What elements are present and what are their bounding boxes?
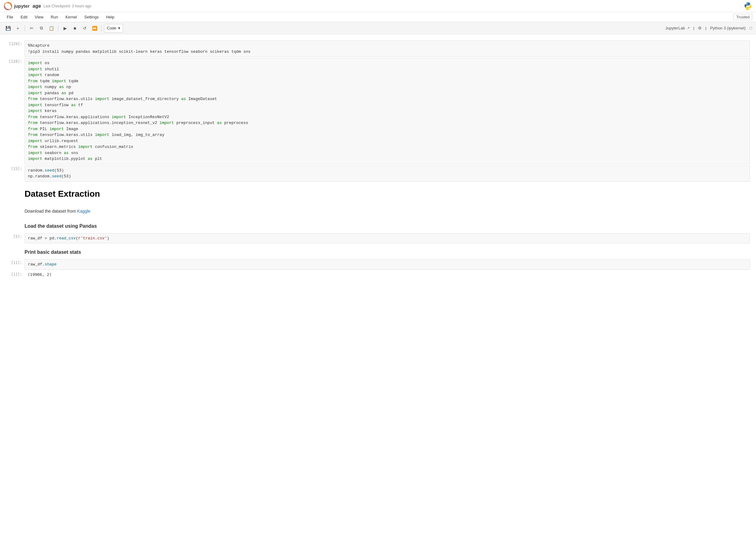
toolbar-separator-icon-2: | [705, 26, 706, 30]
cell-11a-code: raw_df.shape [25, 260, 750, 269]
cell-15-wrapper: [15]: random.seed(53) np.random.seed(53) [0, 165, 756, 182]
cell-5-label: [5]: [0, 233, 25, 244]
cell-11a-content[interactable]: raw_df.shape [25, 259, 750, 270]
cell-129-wrapper: [129]: %%capture !pip3 install numpy pan… [0, 41, 756, 57]
kernel-status-indicator [749, 27, 752, 30]
cell-128-code: import os import shutil import random fr… [25, 58, 750, 164]
cell-pandas-h-label [0, 218, 25, 232]
cell-11b-label: [11]: [0, 271, 25, 278]
cell-15-content[interactable]: random.seed(53) np.random.seed(53) [25, 165, 750, 182]
toolbar-separator-1 [25, 25, 25, 31]
kaggle-link[interactable]: Kaggle [77, 209, 91, 214]
cell-15-label: [15]: [0, 165, 25, 182]
menu-settings[interactable]: Settings [81, 14, 102, 20]
svg-point-1 [7, 2, 9, 3]
load-dataset-heading: Load the dataset using Pandas [25, 223, 750, 229]
cell-11a-label: [11]: [0, 259, 25, 270]
python-logo-icon [744, 2, 752, 10]
svg-point-2 [7, 9, 9, 10]
cell-h1-wrapper: Dataset Extraction [0, 183, 756, 204]
settings-icon[interactable]: ⚙ [698, 26, 702, 30]
stats-heading: Print basic dataset stats [25, 249, 750, 255]
cell-128-wrapper: [128]: import os import shutil import ra… [0, 58, 756, 164]
svg-point-4 [749, 8, 749, 9]
cell-type-label: Code [107, 26, 116, 30]
toolbar-separator-icon: | [693, 26, 694, 30]
cell-kaggle-content: Download the dataset from Kaggle [25, 205, 750, 217]
jupyter-logo-icon [4, 2, 12, 10]
cell-stats-h-content: Print basic dataset stats [25, 245, 750, 258]
jupyter-logo-area: jupyter [4, 2, 29, 10]
paste-button[interactable]: 📋 [47, 24, 56, 33]
cell-type-dropdown[interactable]: Code ▾ [104, 24, 123, 33]
jupyterlab-link[interactable]: JupyterLab ↗ [665, 26, 689, 30]
cell-128-content[interactable]: import os import shutil import random fr… [25, 58, 750, 164]
menu-view[interactable]: View [32, 14, 46, 20]
menubar: File Edit View Run Kernel Settings Help … [0, 12, 756, 22]
cell-128-label: [128]: [0, 58, 25, 164]
cell-129-code: %%capture !pip3 install numpy pandas mat… [25, 41, 750, 56]
cell-11b-output: (19906, 2) [25, 271, 750, 278]
cell-stats-h-label [0, 245, 25, 258]
checkpoint-info: Last Checkpoint: 3 hours ago [44, 4, 91, 8]
toolbar: 💾 + ✂ ⧉ 📋 ▶ ■ ↺ ⏩ Code ▾ JupyterLab ↗ | … [0, 22, 756, 34]
copy-button[interactable]: ⧉ [37, 24, 46, 33]
toolbar-separator-3 [101, 25, 102, 31]
cell-kaggle-wrapper: Download the dataset from Kaggle [0, 205, 756, 217]
jupyter-wordmark: jupyter [14, 3, 29, 9]
cut-button[interactable]: ✂ [27, 24, 36, 33]
jupyterlab-label: JupyterLab [665, 26, 685, 30]
save-button[interactable]: 💾 [4, 24, 12, 33]
cell-kaggle-label [0, 205, 25, 217]
cell-11a-wrapper: [11]: raw_df.shape [0, 259, 756, 270]
cell-stats-h-wrapper: Print basic dataset stats [0, 245, 756, 258]
notebook-name[interactable]: age [33, 3, 41, 9]
cell-129-label: [129]: [0, 41, 25, 57]
cell-5-wrapper: [5]: raw_df = pd.read_csv(r'train.csv') [0, 233, 756, 244]
restart-button[interactable]: ↺ [80, 24, 89, 33]
cell-5-content[interactable]: raw_df = pd.read_csv(r'train.csv') [25, 233, 750, 244]
cell-pandas-h-wrapper: Load the dataset using Pandas [0, 218, 756, 232]
menu-run[interactable]: Run [48, 14, 61, 20]
topbar: jupyter age Last Checkpoint: 3 hours ago [0, 0, 756, 12]
toolbar-separator-2 [58, 25, 58, 31]
kaggle-text: Download the dataset from [25, 209, 77, 214]
menu-edit[interactable]: Edit [17, 14, 30, 20]
trusted-badge: Trusted [733, 14, 752, 20]
stop-button[interactable]: ■ [71, 24, 79, 33]
cell-15-code: random.seed(53) np.random.seed(53) [25, 166, 750, 181]
kernel-name-label: Python 3 (ipykernel) [710, 26, 746, 30]
kaggle-paragraph: Download the dataset from Kaggle [25, 209, 750, 214]
notebook-content: [129]: %%capture !pip3 install numpy pan… [0, 34, 756, 543]
toolbar-right: JupyterLab ↗ | ⚙ | Python 3 (ipykernel) [665, 26, 752, 30]
menu-help[interactable]: Help [103, 14, 118, 20]
svg-point-0 [4, 2, 12, 10]
dataset-extraction-heading: Dataset Extraction [25, 189, 750, 199]
fast-forward-button[interactable]: ⏩ [90, 24, 99, 33]
cell-h1-content: Dataset Extraction [25, 183, 750, 204]
external-link-icon: ↗ [687, 26, 690, 30]
cell-type-arrow-icon: ▾ [118, 26, 120, 30]
run-button[interactable]: ▶ [61, 24, 69, 33]
menu-file[interactable]: File [4, 14, 16, 20]
cell-129-content[interactable]: %%capture !pip3 install numpy pandas mat… [25, 41, 750, 57]
menu-kernel[interactable]: Kernel [62, 14, 80, 20]
svg-point-3 [747, 3, 747, 4]
cell-pandas-h-content: Load the dataset using Pandas [25, 218, 750, 232]
add-cell-button[interactable]: + [13, 24, 22, 33]
cell-5-code: raw_df = pd.read_csv(r'train.csv') [25, 234, 750, 243]
cell-11b-wrapper: [11]: (19906, 2) [0, 271, 756, 278]
cell-h1-label [0, 183, 25, 204]
